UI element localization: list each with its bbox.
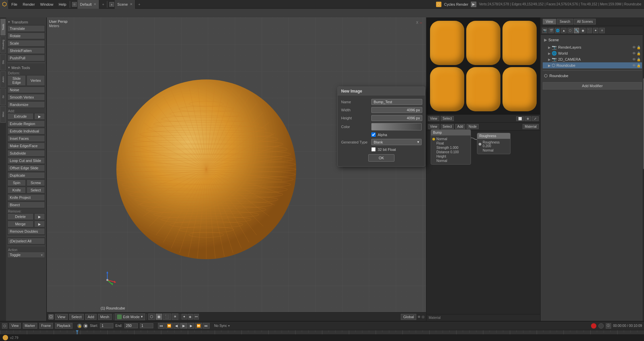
render-icon[interactable]: ▶ <box>471 2 476 7</box>
tree-world[interactable]: ▶ 🌐 World 👁 🔒 <box>543 50 642 56</box>
merge-arrow-btn[interactable]: ▶ <box>34 221 45 227</box>
rotate-btn[interactable]: Rotate <box>7 33 45 39</box>
viewport-add-btn[interactable]: Add <box>85 314 97 320</box>
timeline-icon[interactable]: ⬡ <box>2 323 7 329</box>
sidebar-vtab-shading[interactable]: Shading <box>0 36 6 53</box>
extrude-arrow-btn[interactable]: ▶ <box>34 113 45 120</box>
tab-close-icon[interactable]: ✕ <box>94 2 96 6</box>
dialog-gentype-dropdown[interactable]: Blank ▾ <box>371 139 422 145</box>
status-logo[interactable]: ⬡ <box>3 335 8 340</box>
menu-file[interactable]: File <box>9 0 20 9</box>
offset-edge-btn[interactable]: Offset Edge Slide <box>7 165 45 171</box>
props-icon-object[interactable]: ▲ <box>561 28 567 33</box>
tl-marker-btn[interactable]: Marker <box>23 323 37 329</box>
props-all-scenes-tab[interactable]: All Scenes <box>574 19 596 24</box>
mesh-tools-section-header[interactable]: Mesh Tools <box>7 64 45 71</box>
tl-end-input[interactable] <box>124 323 138 328</box>
subdivide-btn[interactable]: Subdivide <box>7 150 45 157</box>
make-edge-face-btn[interactable]: Make Edge/Face <box>7 143 45 149</box>
push-pull-btn[interactable]: Push/Pull <box>7 55 45 61</box>
node-bump[interactable]: Bump Normal Float Strength 1.000 Distanc… <box>431 129 471 165</box>
tab-default[interactable]: Default ✕ <box>77 0 100 9</box>
tl-lock-icon[interactable]: 🔒 <box>77 324 82 328</box>
screen-icon[interactable]: ⊞ <box>72 2 77 7</box>
extrude-individual-btn[interactable]: Extrude Individual <box>7 128 45 134</box>
tl-audio-icon[interactable] <box>591 323 596 329</box>
node-editor[interactable]: View Select Add Node Material Bump Norma… <box>427 123 540 314</box>
menu-help[interactable]: Help <box>56 0 69 9</box>
tl-mute-icon[interactable] <box>598 323 604 329</box>
tree-eye-icon-2[interactable]: 👁 <box>632 57 636 61</box>
delete-arrow-btn[interactable]: ▶ <box>34 213 45 220</box>
tree-eye-icon-1[interactable]: 👁 <box>632 51 636 55</box>
props-icon-render[interactable]: 📷 <box>542 28 547 33</box>
dialog-float-checkbox[interactable] <box>371 147 376 152</box>
viewport-mesh-btn[interactable]: Mesh <box>98 314 112 320</box>
deselect-all-btn[interactable]: (De)select All <box>7 238 45 244</box>
duplicate-btn[interactable]: Duplicate <box>7 172 45 179</box>
cycles-icon[interactable]: ⬡ <box>436 2 441 7</box>
select-btn[interactable]: Select <box>26 187 45 193</box>
tab-scene[interactable]: Scene ✕ <box>115 0 136 9</box>
tl-info-icon[interactable]: ⓘ <box>606 323 611 329</box>
remove-doubles-btn[interactable]: Remove Doubles <box>7 228 45 235</box>
sidebar-vtab-dis[interactable]: Dis <box>0 54 6 70</box>
sidebar-vtab-misc[interactable]: Misc <box>0 106 6 123</box>
props-view-tab[interactable]: View <box>543 19 556 24</box>
dialog-ok-btn[interactable]: OK <box>368 154 394 162</box>
render-slot-btn[interactable]: ⬜ <box>516 116 524 121</box>
menu-render[interactable]: Render <box>20 0 38 9</box>
dialog-height-input[interactable] <box>371 115 422 121</box>
tree-lock-icon-2[interactable]: 🔒 <box>637 58 641 61</box>
viewport-mode-icon[interactable]: ⬡ <box>48 314 54 320</box>
vertex-btn[interactable]: Vertex <box>26 75 45 86</box>
merge-btn[interactable]: Merge <box>7 221 34 227</box>
tree-eye-icon-3[interactable]: 👁 <box>632 63 636 67</box>
scale-btn[interactable]: Scale <box>7 40 45 47</box>
tl-start-input[interactable] <box>100 323 113 328</box>
dialog-width-input[interactable] <box>371 107 422 113</box>
tl-current-frame-input[interactable] <box>140 323 153 328</box>
render-view-btn[interactable]: View <box>428 116 439 121</box>
tree-render-layers[interactable]: ▶ 📷 RenderLayers 👁 🔒 <box>543 44 642 50</box>
noise-btn[interactable]: Noise <box>7 87 45 93</box>
props-icon-modifier[interactable]: 🔧 <box>574 28 579 33</box>
tab-scene-close-icon[interactable]: ✕ <box>130 2 132 6</box>
ne-material-btn[interactable]: Material <box>523 124 539 129</box>
knife-btn[interactable]: Knife <box>7 187 26 193</box>
tl-playback-btn[interactable]: Playback <box>55 323 73 329</box>
delete-btn[interactable]: Delete <box>7 213 34 220</box>
ne-node-btn[interactable]: Node <box>467 124 479 129</box>
extrude-region-btn[interactable]: Extrude Region <box>7 120 45 127</box>
render-maximize-btn[interactable]: ⤢ <box>532 116 539 121</box>
scene-tab-add[interactable]: + <box>136 2 142 6</box>
viewport-opt2[interactable]: ◈ <box>187 314 193 320</box>
translate-btn[interactable]: Translate <box>7 25 45 32</box>
tl-jump-end-btn[interactable]: ⏭ <box>203 323 210 329</box>
sidebar-vtab-anim[interactable]: Anim <box>0 71 6 88</box>
shade-render-btn[interactable]: ☀ <box>172 314 178 320</box>
ne-select-btn[interactable]: Select <box>441 124 454 129</box>
props-icon-mesh[interactable]: ⬡ <box>568 28 573 33</box>
spin-btn[interactable]: Spin <box>7 179 26 186</box>
tree-lock-icon-0[interactable]: 🔒 <box>637 46 641 49</box>
add-modifier-btn[interactable]: Add Modifier <box>543 82 642 90</box>
tree-eye-icon-0[interactable]: 👁 <box>632 45 636 49</box>
shrink-fatten-btn[interactable]: Shrink/Fatten <box>7 47 45 54</box>
props-icon-material[interactable]: ◉ <box>580 28 586 33</box>
tab-add-button[interactable]: + <box>100 2 106 6</box>
viewport-opt1[interactable]: ✦ <box>181 314 187 320</box>
props-icon-particles[interactable]: ✦ <box>593 28 598 33</box>
sidebar-vtab-tools[interactable]: Tools <box>0 19 6 36</box>
props-icon-texture[interactable]: ⬛ <box>587 28 592 33</box>
viewport-select-btn[interactable]: Select <box>69 314 84 320</box>
smooth-vertex-btn[interactable]: Smooth Vertex <box>7 94 45 101</box>
tree-lock-icon-3[interactable]: 🔒 <box>637 64 641 67</box>
dialog-name-input[interactable] <box>371 99 422 105</box>
tl-next-keyframe-btn[interactable]: ⏩ <box>195 323 202 329</box>
extrude-btn[interactable]: Extrude <box>7 113 34 120</box>
tl-next-frame-btn[interactable]: ▶ <box>188 323 194 329</box>
loop-cut-btn[interactable]: Loop Cut and Slide <box>7 157 45 164</box>
tl-jump-start-btn[interactable]: ⏮ <box>158 323 165 329</box>
tree-camera[interactable]: ▶ 📷 2D_CAMERA 👁 🔒 <box>543 56 642 62</box>
